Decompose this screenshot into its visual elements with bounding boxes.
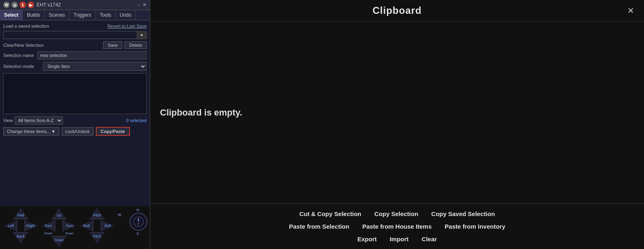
clear-button[interactable]: Clear — [420, 235, 439, 243]
turn-right-button[interactable]: Turn — [63, 220, 76, 232]
icon-youtube: ▶ — [28, 2, 34, 8]
clipboard-title: Clipboard — [318, 5, 476, 16]
selection-area — [3, 73, 147, 114]
view-row: View All Items from A-Z 0 selected — [3, 116, 147, 124]
compass-w: W — [118, 213, 121, 231]
clipboard-header: Clipboard ✕ — [150, 0, 644, 22]
clipboard-actions-row-3: Export Import Clear — [356, 235, 439, 243]
clipboard-panel: Clipboard ✕ Clipboard is empty. Cut & Co… — [150, 0, 644, 249]
clipboard-content: Clipboard is empty. — [150, 22, 644, 203]
clipboard-actions-row-2: Paste from Selection Paste from House It… — [287, 222, 507, 231]
cut-copy-selection-button[interactable]: Cut & Copy Selection — [298, 210, 363, 218]
revert-button[interactable]: Revert to Last Save — [107, 24, 147, 28]
pitch-up-button[interactable]: Pitch — [89, 208, 105, 219]
up-down-group: Up Turn Down Turn Down — [41, 208, 76, 247]
panel-body: Load a saved selection Revert to Last Sa… — [0, 20, 150, 206]
load-label: Load a saved selection — [3, 24, 49, 28]
back-button[interactable]: Back — [13, 232, 28, 244]
minimize-button[interactable]: − — [137, 2, 140, 8]
title-bar-left: W ◎ ℹ ▶ EHT v1742 — [3, 2, 61, 8]
view-select-wrap: View All Items from A-Z — [3, 116, 63, 124]
title-bar-icons: W ◎ ℹ ▶ — [3, 2, 34, 8]
paste-from-house-items-button[interactable]: Paste from House Items — [361, 222, 433, 231]
delete-button[interactable]: Delete — [125, 42, 147, 49]
tab-scenes[interactable]: Scenes — [45, 10, 69, 20]
copy-paste-button[interactable]: Copy/Paste — [96, 127, 130, 136]
roll-row: Roll Roll — [80, 220, 115, 232]
down-button[interactable]: Down — [51, 236, 67, 247]
icon-logo-s: ◎ — [11, 2, 18, 8]
paste-from-selection-button[interactable]: Paste from Selection — [287, 222, 351, 231]
fwd-back-group: Fwd Left Right — [3, 208, 38, 247]
tab-select[interactable]: Select — [0, 10, 23, 20]
right-button[interactable]: Right — [24, 220, 38, 232]
clipboard-close-button[interactable]: ✕ — [627, 6, 634, 15]
saved-selection-dropdown[interactable] — [3, 31, 137, 39]
left-button[interactable]: Left — [3, 220, 17, 232]
mode-label: Selection mode — [3, 64, 40, 69]
dropdown-arrow-icon[interactable]: ▼ — [137, 31, 147, 39]
turn-row: Turn Down Turn Down — [41, 220, 76, 235]
copy-selection-button[interactable]: Copy Selection — [373, 210, 420, 218]
save-row: Clear/New Selection Save Delete — [3, 42, 147, 49]
tab-undo[interactable]: Undo — [116, 10, 136, 20]
tab-triggers[interactable]: Triggers — [69, 10, 96, 20]
selection-name-input[interactable] — [37, 51, 147, 59]
action-row: Change these items... ▼ Lock/Unlock Copy… — [3, 127, 147, 136]
compass-s: S — [136, 232, 139, 236]
lr-row: Left Right — [3, 220, 38, 232]
mode-row: Selection mode Single Item — [3, 62, 147, 71]
compass-circle[interactable] — [130, 213, 147, 231]
selection-name-row: Selection name — [3, 51, 147, 59]
up-button[interactable]: Up — [51, 208, 67, 219]
import-button[interactable]: Import — [388, 235, 411, 243]
nav-tabs: Select Builds Scenes Triggers Tools Undo — [0, 10, 150, 20]
clear-new-label: Clear/New Selection — [3, 43, 44, 48]
view-label: View — [3, 118, 13, 123]
title-bar-controls[interactable]: − ✕ — [137, 2, 147, 8]
mode-select[interactable]: Single Item — [43, 62, 147, 71]
save-button[interactable]: Save — [103, 42, 122, 49]
tab-builds[interactable]: Builds — [23, 10, 45, 20]
turn-left-label: Down — [44, 232, 52, 235]
svg-marker-2 — [138, 222, 139, 226]
fwd-row: Fwd — [13, 208, 28, 219]
title-bar: W ◎ ℹ ▶ EHT v1742 − ✕ — [0, 0, 150, 10]
roll-right-button[interactable]: Roll — [101, 220, 115, 232]
back-row: Back — [13, 232, 28, 244]
svg-marker-1 — [138, 217, 139, 222]
turn-right-label: Down — [65, 232, 73, 235]
compass-n: N — [136, 208, 139, 212]
pitch-down-button[interactable]: Pitch — [89, 232, 105, 244]
clipboard-empty-message: Clipboard is empty. — [160, 107, 242, 118]
paste-from-inventory-button[interactable]: Paste from Inventory — [443, 222, 507, 231]
clipboard-actions-row-1: Cut & Copy Selection Copy Selection Copy… — [298, 210, 497, 218]
lock-unlock-button[interactable]: Lock/Unlock — [62, 127, 93, 135]
fwd-button[interactable]: Fwd — [13, 208, 28, 219]
view-select[interactable]: All Items from A-Z — [15, 116, 63, 124]
icon-logo-red: ℹ — [19, 2, 26, 8]
copy-saved-selection-button[interactable]: Copy Saved Selection — [430, 210, 497, 218]
icon-logo-w: W — [3, 2, 10, 8]
compass-icon — [133, 216, 144, 227]
selected-count: 0 selected — [126, 118, 147, 123]
change-items-arrow-icon: ▼ — [51, 129, 56, 134]
pitch-roll-group: Pitch Roll Roll Pitch — [80, 208, 115, 247]
load-row: Load a saved selection Revert to Last Sa… — [3, 24, 147, 28]
turn-left-button[interactable]: Turn — [41, 220, 55, 232]
tab-tools[interactable]: Tools — [96, 10, 116, 20]
close-window-button[interactable]: ✕ — [143, 2, 147, 8]
left-panel: W ◎ ℹ ▶ EHT v1742 − ✕ Select Builds Scen… — [0, 0, 150, 249]
controls-area: Fwd Left Right — [0, 206, 150, 249]
export-button[interactable]: Export — [356, 235, 378, 243]
roll-left-button[interactable]: Roll — [80, 220, 93, 232]
saved-selection-dropdown-row: ▼ — [3, 31, 147, 39]
selection-name-label: Selection name — [3, 53, 34, 58]
clipboard-actions: Cut & Copy Selection Copy Selection Copy… — [150, 203, 644, 249]
change-items-button[interactable]: Change these items... ▼ — [3, 127, 59, 135]
app-title: EHT v1742 — [37, 2, 61, 8]
